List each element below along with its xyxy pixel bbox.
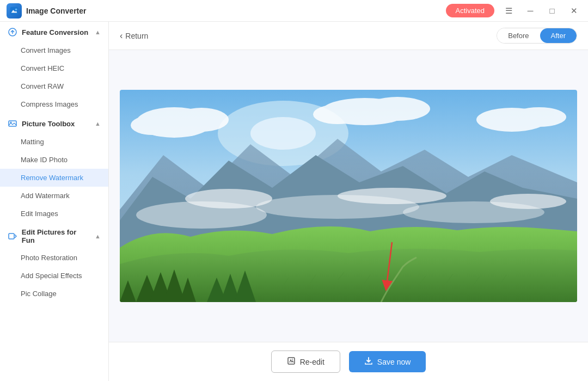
- edit-pictures-chevron: ▲: [95, 233, 101, 239]
- before-after-toggle: Before After: [497, 28, 577, 44]
- sidebar: Feature Conversion ▲ Convert Images Conv…: [0, 22, 109, 381]
- save-icon: [364, 357, 373, 367]
- sidebar-item-edit-images[interactable]: Edit Images: [0, 205, 108, 223]
- sidebar-item-convert-images[interactable]: Convert Images: [0, 41, 108, 59]
- sidebar-item-compress-images[interactable]: Compress Images: [0, 95, 108, 113]
- titlebar: Image Converter Activated ☰ ─ □ ✕: [0, 0, 588, 22]
- save-label: Save now: [377, 358, 411, 366]
- main-layout: Feature Conversion ▲ Convert Images Conv…: [0, 22, 588, 381]
- feature-conversion-chevron: ▲: [95, 29, 101, 35]
- svg-point-1: [15, 8, 17, 10]
- sidebar-section-feature-conversion[interactable]: Feature Conversion ▲: [0, 22, 108, 41]
- svg-point-38: [512, 107, 566, 127]
- save-now-button[interactable]: Save now: [349, 351, 426, 372]
- sidebar-item-pic-collage[interactable]: Pic Collage: [0, 285, 108, 303]
- maximize-button[interactable]: □: [544, 3, 560, 19]
- picture-toolbox-label: Picture Toolbox: [22, 120, 75, 128]
- sidebar-item-add-special-effects[interactable]: Add Special Effects: [0, 267, 108, 285]
- landscape-image: [120, 90, 577, 302]
- svg-point-35: [365, 97, 430, 121]
- titlebar-left: Image Converter: [7, 3, 86, 19]
- sidebar-item-make-id-photo[interactable]: Make ID Photo: [0, 151, 108, 169]
- svg-point-36: [313, 105, 362, 124]
- svg-point-40: [338, 188, 446, 204]
- app-logo: [7, 3, 22, 19]
- sidebar-item-convert-heic[interactable]: Convert HEIC: [0, 59, 108, 77]
- svg-point-33: [131, 115, 174, 135]
- return-chevron-icon: ‹: [120, 31, 122, 41]
- svg-rect-5: [9, 233, 14, 239]
- reedit-label: Re-edit: [300, 358, 324, 366]
- after-button[interactable]: After: [540, 28, 577, 43]
- sidebar-item-photo-restoration[interactable]: Photo Restoration: [0, 249, 108, 267]
- sidebar-section-edit-pictures[interactable]: Edit Pictures for Fun ▲: [0, 223, 108, 249]
- svg-point-4: [10, 122, 12, 124]
- svg-point-41: [490, 194, 566, 209]
- close-icon: ✕: [571, 6, 578, 16]
- sidebar-item-remove-watermark[interactable]: Remove Watermark: [0, 169, 108, 187]
- content-topbar: ‹ Return Before After: [109, 22, 588, 50]
- picture-toolbox-icon: [8, 119, 17, 128]
- svg-point-39: [185, 189, 272, 208]
- reedit-icon: [287, 357, 296, 367]
- close-button[interactable]: ✕: [566, 3, 581, 19]
- edit-pictures-icon: [8, 231, 17, 241]
- return-button[interactable]: ‹ Return: [120, 31, 148, 41]
- before-button[interactable]: Before: [497, 28, 540, 43]
- svg-point-8: [250, 117, 316, 150]
- return-label: Return: [125, 32, 148, 40]
- picture-toolbox-chevron: ▲: [95, 120, 101, 127]
- sidebar-item-add-watermark[interactable]: Add Watermark: [0, 187, 108, 205]
- maximize-icon: □: [549, 6, 554, 15]
- app-title: Image Converter: [26, 7, 86, 15]
- bottom-bar: Re-edit Save now: [109, 342, 588, 381]
- feature-conversion-label: Feature Conversion: [22, 28, 88, 36]
- svg-rect-3: [9, 121, 16, 126]
- reedit-button[interactable]: Re-edit: [271, 351, 340, 373]
- content-area: ‹ Return Before After: [109, 22, 588, 381]
- sidebar-section-picture-toolbox[interactable]: Picture Toolbox ▲: [0, 113, 108, 133]
- minimize-button[interactable]: ─: [523, 3, 538, 19]
- sidebar-item-convert-raw[interactable]: Convert RAW: [0, 77, 108, 95]
- activated-button[interactable]: Activated: [446, 4, 494, 17]
- titlebar-right: Activated ☰ ─ □ ✕: [446, 3, 581, 19]
- minimize-icon: ─: [528, 6, 534, 15]
- feature-conversion-icon: [8, 27, 17, 37]
- menu-icon: ☰: [505, 6, 512, 16]
- edit-pictures-label: Edit Pictures for Fun: [22, 228, 90, 244]
- svg-point-32: [174, 108, 229, 132]
- image-area: [109, 50, 588, 342]
- image-container: [120, 90, 577, 302]
- sidebar-item-matting[interactable]: Matting: [0, 133, 108, 151]
- menu-button[interactable]: ☰: [501, 3, 516, 19]
